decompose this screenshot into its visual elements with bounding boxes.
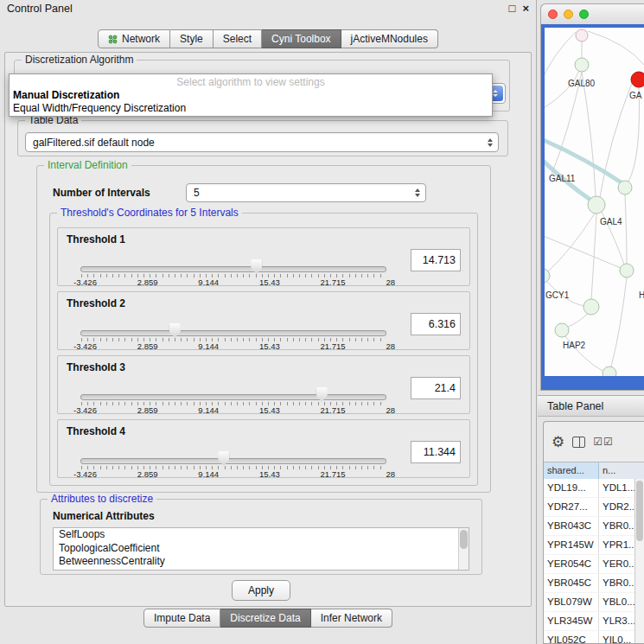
close-traffic-light[interactable] [548,10,558,19]
network-node[interactable] [618,181,632,194]
network-node[interactable] [620,264,634,277]
table-row[interactable]: YDR27...YDR2... [544,498,635,517]
table-data-group: Table Data galFiltered.sif default node [17,120,508,156]
tick-label: 9.144 [198,341,219,351]
numerical-attributes-list[interactable]: SelfLoopsTopologicalCoefficientBetweenne… [53,527,469,571]
list-item[interactable]: BetweennessCentrality [54,555,469,569]
tick-label: -3.426 [73,405,97,415]
tab-label: Network [122,33,160,45]
network-node[interactable] [588,196,605,214]
dropdown-option-manual-discretization[interactable]: Manual Discretization [10,89,492,102]
table-row[interactable]: YPR145WYPR1... [544,536,635,555]
minimize-traffic-light[interactable] [564,10,573,19]
table-cell: YER054C [544,555,599,573]
list-item[interactable]: SelfLoops [54,528,469,542]
network-window-titlebar[interactable] [541,4,644,24]
number-of-intervals-value: 5 [194,187,200,199]
slider-track[interactable] [80,330,386,336]
table-scrollbar[interactable] [634,479,644,643]
checkbox-icons[interactable]: ☑☑ [593,436,614,448]
tab-select[interactable]: Select [214,29,262,48]
thresholds-group-label: Threshold's Coordinates for 5 Intervals [57,207,242,219]
tick-label: 21.715 [321,277,346,287]
network-node[interactable] [603,367,616,377]
tick-label: 15.43 [259,405,280,415]
threshold-slider[interactable]: -3.4262.8599.14415.4321.71528 [80,387,386,411]
apply-button[interactable]: Apply [232,580,290,601]
attributes-group-label: Attributes to discretize [48,493,156,505]
tick-label: 9.144 [198,405,219,415]
threshold-value-field[interactable]: 6.316 [411,313,461,335]
tick-label: 15.43 [259,469,280,479]
threshold-slider[interactable]: -3.4262.8599.14415.4321.71528 [80,323,386,348]
column-header-name[interactable]: n... [599,462,644,480]
table-cell: YDL1... [599,479,635,497]
tick-label: 2.859 [137,277,158,287]
table-row[interactable]: YBR045CYBR0... [544,574,635,593]
combo-arrows-icon [488,138,493,147]
list-scrollbar[interactable] [458,528,469,570]
threshold-panel-2: Threshold 2 -3.4262.8599.14415.4321.7152… [57,291,470,350]
slider-track[interactable] [80,458,386,464]
threshold-value-field[interactable]: 11.344 [411,441,461,463]
slider-tick-labels: -3.4262.8599.14415.4321.71528 [73,277,395,287]
top-tabbar: Network Style Select Cyni Toolbox jActiv… [0,29,536,48]
slider-track[interactable] [80,266,386,272]
float-icon[interactable]: □ [509,0,516,17]
threshold-slider[interactable]: -3.4262.8599.14415.4321.71528 [80,451,386,475]
control-panel-window: Control Panel □ × Network Style Select [0,0,537,644]
tab-infer-network[interactable]: Infer Network [311,609,392,628]
threshold-value-field[interactable]: 14.713 [411,249,461,271]
tab-jactivemnodules[interactable]: jActiveMNodules [341,29,438,48]
network-node[interactable] [575,58,589,72]
tick-label: 15.43 [259,277,280,287]
columns-icon[interactable] [572,437,585,448]
table-header-row: shared... n... [544,462,644,481]
scrollbar-thumb[interactable] [636,481,643,541]
close-icon[interactable]: × [522,0,529,17]
table-row[interactable]: YIL052CYIL0... [544,631,635,644]
table-cell: YBR043C [544,517,599,535]
network-graph[interactable]: GAL80GAL11GAL4GCY1HAP2GAH [545,28,644,377]
table-panel-header[interactable]: Table Panel [538,395,644,417]
table-row[interactable]: YDL19...YDL1... [544,479,635,498]
network-node[interactable] [583,299,599,315]
node-label: GA [629,91,642,100]
slider-tick-labels: -3.4262.8599.14415.4321.71528 [73,341,395,351]
network-node[interactable] [555,323,569,337]
tab-impute-data[interactable]: Impute Data [143,609,220,628]
tick-label: 2.859 [137,469,158,479]
tab-style[interactable]: Style [170,29,214,48]
table-data-combobox[interactable]: galFiltered.sif default node [25,132,499,152]
network-canvas[interactable]: GAL80GAL11GAL4GCY1HAP2GAH [541,24,644,390]
tick-label: 28 [386,469,395,479]
window-title: Control Panel [7,3,73,15]
table-data-value: galFiltered.sif default node [33,137,155,149]
table-row[interactable]: YLR345WYLR3... [544,612,635,631]
table-panel-title: Table Panel [547,400,603,412]
tick-label: 9.144 [198,277,219,287]
table-cell: YBL079W [544,593,599,611]
tick-label: -3.426 [73,277,97,287]
threshold-slider[interactable]: -3.4262.8599.14415.4321.71528 [80,259,386,284]
column-header-shared-name[interactable]: shared... [544,462,599,480]
table-row[interactable]: YBR043CYBR0... [544,517,635,536]
network-node-selected[interactable] [631,72,644,87]
tab-cyni-toolbox[interactable]: Cyni Toolbox [262,29,341,48]
gear-icon[interactable]: ⚙ [552,435,564,450]
control-panel-titlebar: Control Panel □ × [0,0,536,17]
scrollbar-thumb[interactable] [460,530,468,549]
tab-discretize-data[interactable]: Discretize Data [220,609,310,628]
zoom-traffic-light[interactable] [579,10,589,19]
slider-track[interactable] [80,394,386,400]
table-row[interactable]: YBL079WYBL0... [544,593,635,612]
table-row[interactable]: YER054CYER0... [544,555,635,574]
list-item[interactable]: TopologicalCoefficient [54,542,469,556]
dropdown-option-equal-width-frequency[interactable]: Equal Width/Frequency Discretization [10,102,492,115]
threshold-value-field[interactable]: 21.4 [411,377,461,399]
cyni-toolbox-panel: Discretization Algorithm Select algorith… [4,52,532,607]
tab-network[interactable]: Network [98,29,170,48]
app: Control Panel □ × Network Style Select [0,0,644,644]
network-node[interactable] [576,29,588,41]
number-of-intervals-combobox[interactable]: 5 [186,183,426,202]
